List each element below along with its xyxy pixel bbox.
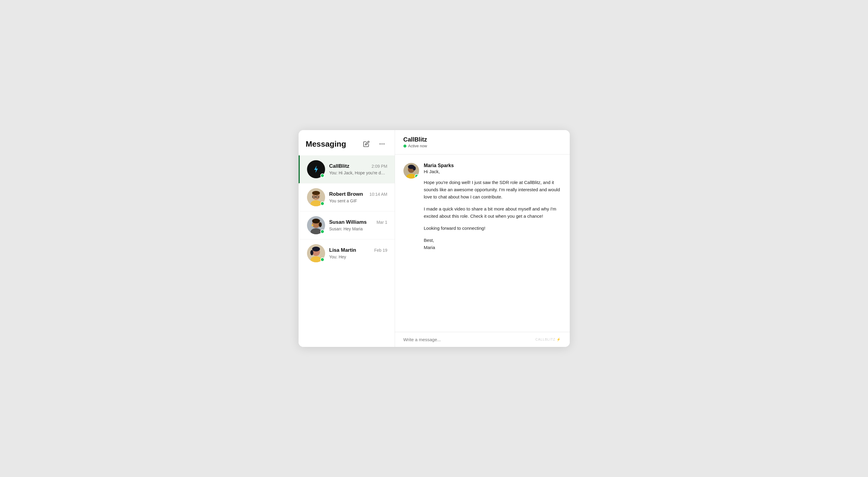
avatar-wrap-callblitz (307, 160, 325, 178)
conv-time-lisa: Feb 19 (374, 248, 388, 253)
msg-online-dot (414, 174, 419, 178)
sidebar-icons (361, 138, 388, 149)
conv-content-susan: Susan Williams Mar 1 Susan: Hey Maria (329, 219, 388, 231)
conv-preview-lisa: You: Hey (329, 254, 388, 259)
msg-paragraph-1: Hope you're doing well! I just saw the S… (424, 179, 561, 200)
conv-time-callblitz: 2:09 PM (371, 164, 387, 169)
app-container: Messaging (299, 130, 570, 347)
svg-point-0 (379, 144, 380, 145)
conv-time-robert: 10:14 AM (369, 192, 387, 197)
conv-name-lisa: Lisa Martin (329, 247, 356, 253)
msg-greeting: Hi Jack, (424, 169, 561, 174)
compose-button[interactable] (361, 138, 372, 149)
svg-point-1 (381, 144, 383, 145)
conversation-item-callblitz[interactable]: CallBlitz 2:09 PM You: Hi Jack, Hope you… (299, 155, 395, 183)
online-indicator-lisa (320, 257, 324, 262)
msg-avatar-maria (403, 163, 419, 179)
msg-sender: Maria Sparks (424, 163, 561, 168)
chat-header: CallBlitz Active now (395, 130, 570, 155)
conv-content-robert: Robert Brown 10:14 AM You sent a GIF (329, 191, 388, 203)
conv-name-susan: Susan Williams (329, 219, 367, 225)
status-dot (403, 145, 406, 148)
message-input[interactable] (403, 337, 535, 342)
message-row-maria: Maria Sparks Hi Jack, Hope you're doing … (403, 163, 561, 251)
avatar-wrap-lisa (307, 244, 325, 262)
avatar-wrap-robert (307, 188, 325, 206)
status-text: Active now (408, 144, 427, 148)
online-indicator-susan (320, 229, 324, 234)
chat-contact-name: CallBlitz (403, 136, 561, 143)
online-indicator-callblitz (320, 173, 324, 178)
conv-top-lisa: Lisa Martin Feb 19 (329, 247, 388, 253)
conversation-list: CallBlitz 2:09 PM You: Hi Jack, Hope you… (299, 155, 395, 347)
msg-paragraph-2: I made a quick video to share a bit more… (424, 205, 561, 220)
conversation-item-susan[interactable]: Susan Williams Mar 1 Susan: Hey Maria (299, 212, 395, 240)
chat-messages: Maria Sparks Hi Jack, Hope you're doing … (395, 155, 570, 332)
conv-time-susan: Mar 1 (377, 220, 388, 225)
chat-status-row: Active now (403, 144, 561, 148)
msg-sign: Best,Maria (424, 237, 561, 251)
svg-point-21 (310, 250, 313, 255)
conversation-item-robert[interactable]: Robert Brown 10:14 AM You sent a GIF (299, 183, 395, 212)
svg-point-7 (312, 191, 320, 195)
conv-name-callblitz: CallBlitz (329, 163, 349, 169)
conv-top-callblitz: CallBlitz 2:09 PM (329, 163, 388, 169)
svg-point-16 (312, 224, 313, 226)
avatar-wrap-susan (307, 216, 325, 234)
sidebar-title: Messaging (306, 139, 346, 149)
svg-point-2 (383, 144, 384, 145)
msg-paragraph-3: Looking forward to connecting! (424, 225, 561, 232)
more-options-button[interactable] (377, 138, 388, 149)
svg-point-20 (312, 247, 320, 251)
conv-preview-robert: You sent a GIF (329, 198, 388, 203)
conv-preview-susan: Susan: Hey Maria (329, 226, 388, 231)
sidebar: Messaging (299, 130, 395, 347)
msg-body: Maria Sparks Hi Jack, Hope you're doing … (424, 163, 561, 251)
chat-input-area: CALLBLITZ ⚡ (395, 332, 570, 347)
conv-top-robert: Robert Brown 10:14 AM (329, 191, 388, 197)
svg-point-14 (312, 219, 320, 223)
chat-panel: CallBlitz Active now (395, 130, 570, 347)
callblitz-watermark: CALLBLITZ ⚡ (535, 338, 561, 342)
conv-top-susan: Susan Williams Mar 1 (329, 219, 388, 225)
conversation-item-lisa[interactable]: Lisa Martin Feb 19 You: Hey (299, 240, 395, 267)
conv-preview-callblitz: You: Hi Jack, Hope you're doing well! I … (329, 170, 388, 175)
svg-point-15 (319, 222, 322, 227)
online-indicator-robert (320, 201, 324, 206)
svg-marker-3 (314, 166, 318, 173)
conv-name-robert: Robert Brown (329, 191, 363, 197)
watermark-text: CALLBLITZ ⚡ (535, 338, 561, 342)
conv-content-lisa: Lisa Martin Feb 19 You: Hey (329, 247, 388, 259)
conv-content-callblitz: CallBlitz 2:09 PM You: Hi Jack, Hope you… (329, 163, 388, 175)
svg-point-26 (413, 166, 416, 170)
sidebar-header: Messaging (299, 130, 395, 155)
